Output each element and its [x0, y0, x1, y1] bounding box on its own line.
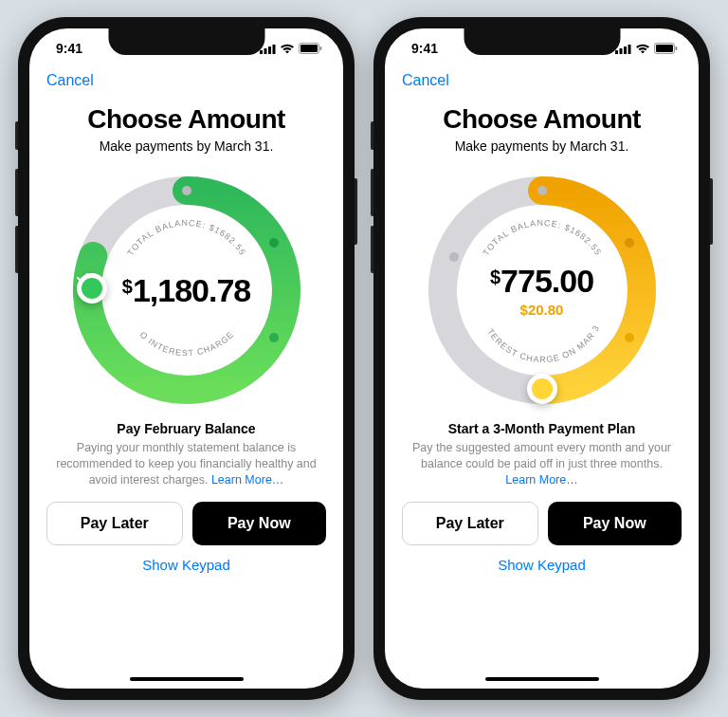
page-subtitle: Make payments by March 31. [100, 138, 274, 154]
wifi-icon [635, 44, 650, 54]
phone-frame-left: 9:41 Cancel Choose Amount Make payments … [18, 17, 355, 700]
svg-rect-5 [300, 45, 318, 52]
learn-more-link[interactable]: Learn More… [211, 473, 283, 487]
description-body: Pay the suggested amount every month and… [408, 440, 676, 488]
page-title: Choose Amount [443, 104, 641, 135]
pay-now-button[interactable]: Pay Now [192, 502, 327, 545]
description-title: Pay February Balance [52, 421, 320, 436]
svg-rect-0 [260, 50, 263, 54]
screen: 9:41 Cancel Choose Amount Make payments … [29, 28, 343, 689]
pay-later-button[interactable]: Pay Later [402, 502, 538, 545]
nav-bar: Cancel [385, 68, 699, 89]
payment-ring[interactable]: TOTAL BALANCE: $1682.55 NO INTEREST CHAR… [64, 167, 310, 414]
svg-rect-19 [676, 46, 678, 50]
ring-handle[interactable] [77, 273, 107, 303]
payment-amount: $1,180.78 [122, 272, 250, 309]
show-keypad-button[interactable]: Show Keypad [498, 557, 586, 573]
description-title: Start a 3-Month Payment Plan [408, 421, 676, 436]
cancel-button[interactable]: Cancel [402, 72, 449, 89]
learn-more-link[interactable]: Learn More… [505, 473, 577, 487]
svg-rect-15 [624, 46, 627, 54]
svg-rect-2 [268, 46, 271, 54]
ring-handle[interactable] [527, 374, 557, 404]
checkmark-icon [77, 273, 88, 283]
svg-rect-3 [273, 45, 276, 54]
wifi-icon [280, 44, 295, 54]
show-keypad-button[interactable]: Show Keypad [142, 557, 230, 573]
svg-rect-13 [615, 50, 618, 54]
svg-rect-1 [264, 48, 267, 54]
payment-ring[interactable]: TOTAL BALANCE: $1682.55 INTEREST CHARGE … [419, 167, 665, 414]
notch [108, 28, 264, 55]
screen: 9:41 Cancel Choose Amount Make payments … [385, 28, 699, 689]
status-time: 9:41 [411, 41, 438, 56]
nav-bar: Cancel [29, 68, 343, 89]
pay-later-button[interactable]: Pay Later [46, 502, 183, 545]
svg-rect-18 [656, 45, 673, 52]
svg-rect-16 [628, 45, 631, 54]
home-indicator[interactable] [485, 677, 599, 681]
svg-rect-6 [320, 46, 322, 50]
phone-frame-right: 9:41 Cancel Choose Amount Make payments … [373, 17, 710, 700]
interest-amount: $20.80 [520, 302, 564, 318]
page-title: Choose Amount [87, 104, 285, 135]
status-time: 9:41 [56, 41, 82, 56]
description-body: Paying your monthly statement balance is… [52, 440, 320, 488]
battery-icon [654, 43, 678, 54]
notch [464, 28, 620, 55]
svg-rect-14 [620, 48, 623, 54]
cancel-button[interactable]: Cancel [46, 72, 94, 89]
payment-amount: $775.00 [490, 263, 593, 300]
battery-icon [299, 43, 322, 54]
pay-now-button[interactable]: Pay Now [548, 502, 682, 545]
page-subtitle: Make payments by March 31. [455, 138, 629, 154]
home-indicator[interactable] [130, 677, 244, 681]
